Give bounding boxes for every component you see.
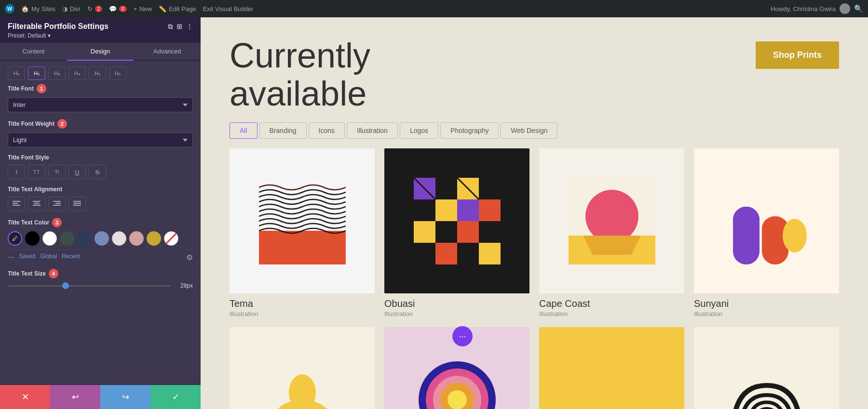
portfolio-item-cape-coast[interactable]: Cape Coast Illustration — [539, 148, 684, 317]
global-colors-link[interactable]: Global — [40, 253, 57, 262]
wordpress-icon[interactable]: W — [5, 4, 14, 13]
color-swatch-light-gray[interactable] — [112, 231, 126, 246]
title-text-color-label: Title Text Color 3 — [8, 218, 193, 227]
divi-link[interactable]: ◑ Divi — [62, 5, 81, 13]
title-text-alignment-section: Title Text Alignment — [0, 186, 201, 218]
edit-icon: ✏️ — [159, 5, 166, 13]
portfolio-item-tema[interactable]: Tema Illustration — [230, 148, 375, 317]
svg-marker-42 — [583, 236, 641, 255]
tab-content[interactable]: Content — [0, 43, 67, 61]
saved-colors-link[interactable]: Saved — [19, 253, 35, 262]
portfolio-cat-tema: Illustration — [230, 310, 375, 317]
portfolio-thumb-obuasi — [384, 148, 529, 293]
cancel-button[interactable]: ✕ — [0, 385, 50, 409]
preset-selector[interactable]: Preset: Default ▾ — [8, 32, 193, 39]
align-justify-btn[interactable] — [68, 197, 86, 211]
filter-photography[interactable]: Photography — [440, 122, 499, 139]
tab-advanced[interactable]: Advanced — [134, 43, 201, 61]
edit-page-link[interactable]: ✏️ Edit Page — [159, 5, 196, 13]
strikethrough-btn[interactable]: S — [89, 165, 106, 179]
color-swatch-gold[interactable] — [147, 231, 161, 246]
title-font-style-label: Title Font Style — [8, 154, 193, 161]
updates-link[interactable]: ↻ 2 — [87, 5, 103, 13]
color-swatch-pink[interactable] — [129, 231, 144, 246]
exit-visual-builder-link[interactable]: Exit Visual Builder — [203, 5, 254, 13]
svg-rect-26 — [479, 199, 501, 221]
heading-h4-btn[interactable]: H₄ — [68, 66, 86, 80]
portfolio-thumb-r1 — [230, 327, 375, 409]
portfolio-thumb-r3 — [539, 327, 684, 409]
color-swatch-black[interactable] — [25, 231, 40, 246]
title-font-label: Title Font 1 — [8, 84, 193, 93]
tab-design[interactable]: Design — [67, 43, 134, 61]
portfolio-item-obuasi[interactable]: Obuasi Illustration — [384, 148, 529, 317]
color-swatch-white[interactable] — [42, 231, 57, 246]
undo-button[interactable]: ↩ — [50, 385, 100, 409]
floating-menu-button[interactable]: ··· — [452, 326, 473, 346]
color-swatch-light-blue[interactable] — [95, 231, 109, 246]
heading-h3-btn[interactable]: H₃ — [48, 66, 66, 80]
more-options-icon[interactable]: ⋮ — [186, 23, 193, 31]
portfolio-item-r4[interactable] — [694, 327, 839, 409]
svg-rect-28 — [435, 221, 457, 243]
heading-h2-btn[interactable]: H₂ — [28, 66, 45, 80]
portfolio-item-r3[interactable] — [539, 327, 684, 409]
copy-icon[interactable]: ⧉ — [168, 23, 173, 31]
top-navigation: W 🏠 My Sites ◑ Divi ↻ 2 💬 0 + New ✏️ Edi… — [0, 0, 868, 17]
more-colors-btn[interactable]: ··· — [8, 253, 14, 262]
text-size-slider[interactable] — [8, 285, 171, 287]
color-picker-swatch[interactable]: 🖊 — [8, 231, 22, 246]
portfolio-grid: Tema Illustration — [201, 148, 868, 409]
color-swatch-dark-green[interactable] — [60, 231, 74, 246]
svg-rect-58 — [569, 356, 655, 409]
recent-colors-link[interactable]: Recent — [62, 253, 80, 262]
title-font-weight-label: Title Font Weight 2 — [8, 119, 193, 129]
portfolio-cat-sunyani: Illustration — [694, 310, 839, 317]
svg-rect-24 — [435, 199, 457, 221]
svg-rect-0 — [13, 201, 20, 202]
user-greeting: Howdy, Christina Gwira 🔍 — [771, 3, 863, 14]
divi-icon: ◑ — [62, 5, 68, 13]
underline-btn[interactable]: U — [68, 165, 86, 179]
uppercase-btn[interactable]: TT — [28, 165, 45, 179]
portfolio-item-sunyani[interactable]: Sunyani Illustration — [694, 148, 839, 317]
portfolio-name-obuasi: Obuasi — [384, 298, 529, 309]
preview-area: Currentlyavailable Shop Prints All Brand… — [201, 17, 868, 409]
my-sites-link[interactable]: 🏠 My Sites — [21, 5, 55, 13]
align-left-btn[interactable] — [8, 197, 25, 211]
filter-icons[interactable]: Icons — [309, 122, 345, 139]
filter-branding[interactable]: Branding — [259, 122, 307, 139]
filter-illustration[interactable]: Illustration — [347, 122, 398, 139]
color-swatch-dark-blue[interactable] — [77, 231, 92, 246]
portfolio-item-r1[interactable] — [230, 327, 375, 409]
color-settings-icon[interactable]: ⚙ — [186, 253, 193, 262]
portfolio-name-cape-coast: Cape Coast — [539, 298, 684, 309]
title-font-select[interactable]: Inter Roboto Open Sans Lato Montserrat — [8, 97, 193, 112]
comments-link[interactable]: 💬 0 — [109, 5, 127, 13]
heading-h6-btn[interactable]: H₆ — [109, 66, 126, 80]
search-icon[interactable]: 🔍 — [854, 4, 863, 13]
new-link[interactable]: + New — [134, 5, 152, 13]
filter-all[interactable]: All — [230, 122, 258, 139]
color-swatch-slash[interactable] — [164, 231, 178, 246]
filter-logos[interactable]: Logos — [400, 122, 438, 139]
filter-web-design[interactable]: Web Design — [501, 122, 557, 139]
portfolio-cat-obuasi: Illustration — [384, 310, 529, 317]
svg-rect-29 — [457, 221, 479, 243]
align-right-btn[interactable] — [48, 197, 66, 211]
heading-h1-btn[interactable]: H₁ — [8, 66, 25, 80]
panel-title: Filterable Portfolio Settings ⧉ ⊞ ⋮ — [8, 22, 193, 31]
capitalize-btn[interactable]: Tt — [48, 165, 66, 179]
shop-prints-button[interactable]: Shop Prints — [756, 41, 839, 69]
italic-btn[interactable]: I — [8, 165, 25, 179]
redo-button[interactable]: ↪ — [100, 385, 150, 409]
avatar[interactable] — [840, 3, 850, 14]
svg-point-48 — [783, 219, 807, 252]
heading-h5-btn[interactable]: H₅ — [89, 66, 106, 80]
svg-rect-25 — [457, 199, 479, 221]
title-font-weight-select[interactable]: Light Regular Medium Bold Extra Bold — [8, 132, 193, 147]
align-center-btn[interactable] — [28, 197, 45, 211]
save-button[interactable]: ✓ — [150, 385, 201, 409]
alignment-buttons — [8, 197, 193, 211]
grid-icon[interactable]: ⊞ — [176, 23, 182, 31]
